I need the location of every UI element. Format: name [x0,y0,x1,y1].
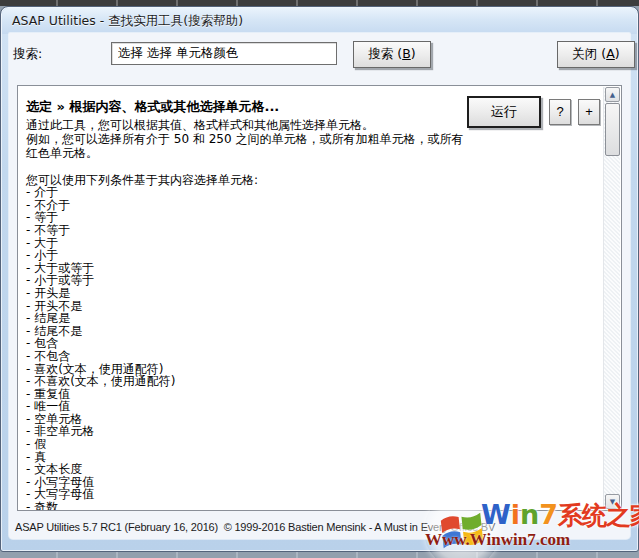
scroll-down-icon[interactable]: ▼ [605,494,620,509]
list-item: - 包含 [26,337,591,350]
dialog-client-area: 搜索: 搜索 (B) 关闭 (A) 选定 » 根据内容、格式或其他选择单元格..… [9,33,630,539]
result-text-column: 选定 » 根据内容、格式或其他选择单元格... 通过此工具，您可以根据其值、格式… [26,86,591,511]
list-item: - 不等于 [26,224,591,237]
list-item: - 结尾不是 [26,325,591,338]
list-item: - 唯一值 [26,400,591,413]
description-line: 例如，您可以选择所有介于 50 和 250 之间的单元格，或所有加粗单元格，或所… [26,132,591,146]
list-item: - 假 [26,438,591,451]
list-item: - 奇数 [26,501,591,511]
list-item: - 不喜欢(文本，使用通配符) [26,375,591,388]
search-button-label-end: ) [411,46,416,61]
scroll-thumb[interactable] [605,103,620,156]
background-strip-bottom [0,552,639,558]
status-text: ASAP Utilities 5.7 RC1 (February 16, 201… [15,521,495,533]
dialog-window: ASAP Utilities - 查找实用工具(搜索帮助) 搜索: 搜索 (B)… [0,6,639,552]
window-title: ASAP Utilities - 查找实用工具(搜索帮助) [2,13,243,30]
list-item: - 不介于 [26,199,591,212]
title-bar[interactable]: ASAP Utilities - 查找实用工具(搜索帮助) [2,8,637,34]
list-item: - 非空单元格 [26,425,591,438]
list-item: - 大写字母值 [26,488,591,501]
help-button[interactable]: ? [549,99,571,125]
run-button[interactable]: 运行 [467,96,541,128]
vertical-scrollbar[interactable]: ▲ ▼ [603,87,620,509]
list-item: - 大于 [26,237,591,250]
close-button-label-end: ) [615,46,620,61]
list-item: - 结尾是 [26,312,591,325]
scroll-up-icon[interactable]: ▲ [605,87,620,102]
search-input[interactable] [111,42,337,65]
list-item: - 大于或等于 [26,262,591,275]
close-button-label: 关闭 ( [572,46,606,61]
list-item: - 小于 [26,249,591,262]
list-item: - 不包含 [26,350,591,363]
list-item: - 空单元格 [26,413,591,426]
search-button-label: 搜索 ( [368,46,402,61]
search-label: 搜索: [13,46,42,63]
list-item: - 开头是 [26,287,591,300]
close-button-mnemonic: A [606,46,615,61]
list-item: - 真 [26,451,591,464]
condition-list-intro: 您可以使用下列条件基于其内容选择单元格: [26,174,591,187]
list-item: - 等于 [26,211,591,224]
search-button-mnemonic: B [402,46,411,61]
list-item: - 重复值 [26,388,591,401]
description-line: 红色单元格。 [26,146,591,160]
list-item: - 小于或等于 [26,274,591,287]
close-button[interactable]: 关闭 (A) [557,41,635,68]
list-item: - 小写字母值 [26,476,591,489]
search-button[interactable]: 搜索 (B) [353,41,431,68]
condition-list: - 介于- 不介于- 等于- 不等于- 大于- 小于- 大于或等于- 小于或等于… [26,186,591,511]
list-item: - 开头不是 [26,300,591,313]
add-button[interactable]: + [578,99,600,125]
result-panel: 选定 » 根据内容、格式或其他选择单元格... 通过此工具，您可以根据其值、格式… [17,85,622,511]
list-item: - 文本长度 [26,463,591,476]
list-item: - 介于 [26,186,591,199]
